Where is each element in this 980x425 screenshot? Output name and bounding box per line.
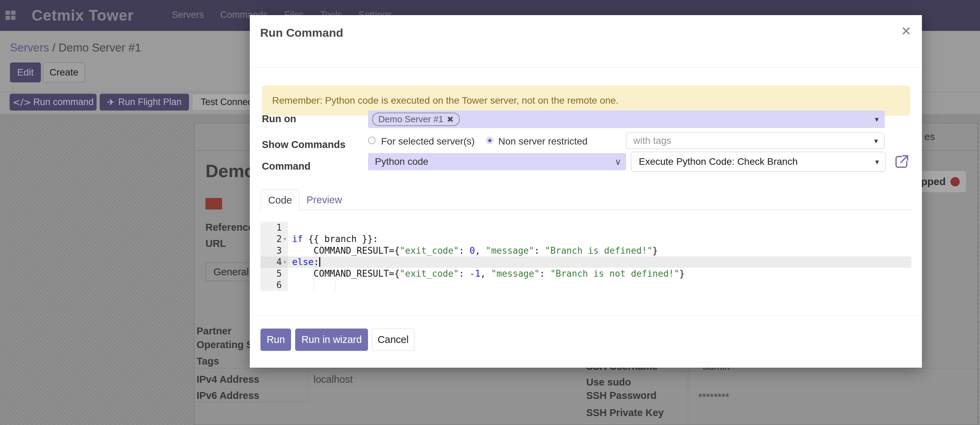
show-commands-label: Show Commands [262,139,345,151]
with-tags-select[interactable]: with tags ▾ [626,133,885,149]
ssh-password-value: ******** [698,391,729,403]
breadcrumb-servers-link[interactable]: Servers [10,41,49,54]
left-column-divider [308,368,309,401]
run-on-label: Run on [262,113,296,125]
chevron-down-icon: ▾ [875,158,879,166]
run-button[interactable]: Run [261,328,291,351]
gutter-line-6[interactable]: 6 [261,279,288,291]
tag-remove-icon[interactable]: ✖ [447,115,453,124]
gutter-line-4[interactable]: 4▾ [261,257,288,268]
radio-for-selected-servers-label[interactable]: For selected server(s) [381,136,474,147]
run-command-label: Run command [33,97,94,108]
fold-arrow-icon[interactable]: ▾ [282,259,288,265]
plane-icon: ✈ [107,97,115,108]
code-line-4[interactable]: else: [288,257,911,268]
breadcrumb-separator: / [52,41,55,54]
group-divider [194,368,978,368]
tab-bottom-border [261,210,911,210]
radio-non-server-restricted-label[interactable]: Non server restricted [498,136,588,147]
nav-item-servers[interactable]: Servers [172,10,204,20]
code-line-1[interactable] [288,222,911,233]
run-flight-plan-label: Run Flight Plan [118,97,182,108]
code-icon: </> [13,97,31,108]
smart-button-partial[interactable]: es [924,131,935,143]
run-flight-plan-button[interactable]: ✈Run Flight Plan [100,94,189,111]
run-on-select[interactable]: Demo Server #1✖ ▾ [368,111,885,128]
brand-title[interactable]: Cetmix Tower [32,7,134,24]
gutter-line-5[interactable]: 5 [261,268,288,279]
chevron-down-icon: ▾ [874,136,878,145]
text-cursor [319,257,320,267]
radio-for-selected-servers[interactable] [368,136,375,144]
tags-label: Tags [197,356,219,367]
url-label: URL [205,238,226,249]
editor-gutter: 12▾34▾56 [261,222,288,291]
partner-label: Partner [197,325,232,337]
ssh-private-key-label: SSH Private Key [586,407,664,419]
modal-footer-divider [250,316,922,316]
warning-alert-text: Remember: Python code is executed on the… [272,95,619,106]
run-in-wizard-button[interactable]: Run in wizard [295,328,368,351]
use-sudo-label: Use sudo [586,377,631,388]
screen: es Demo Server #1 Reference URL General … [0,0,980,425]
server-tag-label: Demo Server #1 [378,114,443,125]
breadcrumb-current: Demo Server #1 [59,41,141,54]
close-icon[interactable]: ✕ [901,24,911,38]
ipv6-label: IPv6 Address [197,390,259,401]
command-value: Execute Python Code: Check Branch [639,156,797,167]
tab-code[interactable]: Code [261,189,299,211]
gutter-line-3[interactable]: 3 [261,245,288,257]
ipv4-value: localhost [313,374,353,385]
edit-button[interactable]: Edit [10,62,41,82]
code-line-3[interactable]: COMMAND_RESULT={"exit_code": 0, "message… [288,245,911,257]
cancel-button[interactable]: Cancel [372,328,414,351]
code-line-2[interactable]: if {{ branch }}: [288,233,911,245]
tab-preview[interactable]: Preview [307,194,342,206]
apps-grid-icon[interactable] [5,11,16,20]
tab-code-label: Code [268,195,292,206]
server-tag[interactable]: Demo Server #1✖ [372,113,460,126]
code-line-5[interactable]: COMMAND_RESULT={"exit_code": -1, "messag… [288,268,911,279]
run-command-modal: Run Command ✕ Remember: Python code is e… [250,15,922,368]
radio-non-server-restricted[interactable] [486,136,493,144]
command-type-value: Python code [375,156,428,167]
modal-header-divider [250,67,922,68]
gutter-line-2[interactable]: 2▾ [261,233,288,245]
command-label: Command [262,161,311,172]
run-command-button[interactable]: </>Run command [10,94,97,111]
external-link-icon[interactable] [894,154,910,170]
code-editor[interactable]: 12▾34▾56 if {{ branch }}: COMMAND_RESULT… [261,222,911,291]
command-type-select[interactable]: Python code ∨ [368,153,626,170]
command-select[interactable]: Execute Python Code: Check Branch ▾ [631,152,886,172]
status-red-dot-icon [950,177,960,186]
right-column-divider [688,368,688,423]
gutter-line-1[interactable]: 1 [261,222,288,233]
color-swatch [205,198,222,209]
chevron-down-icon: ▾ [875,115,879,124]
ssh-password-label: SSH Password [586,390,657,401]
code-line-6[interactable] [288,279,911,291]
modal-title: Run Command [260,26,343,40]
chevron-down-icon: ∨ [615,157,621,167]
ipv4-label: IPv4 Address [197,374,259,385]
breadcrumb: Servers / Demo Server #1 [10,41,141,54]
reference-label: Reference [205,222,254,233]
fold-arrow-icon[interactable]: ▾ [282,236,288,242]
create-button[interactable]: Create [43,62,85,82]
with-tags-placeholder: with tags [633,135,671,146]
tab-general-label: General [213,266,249,278]
